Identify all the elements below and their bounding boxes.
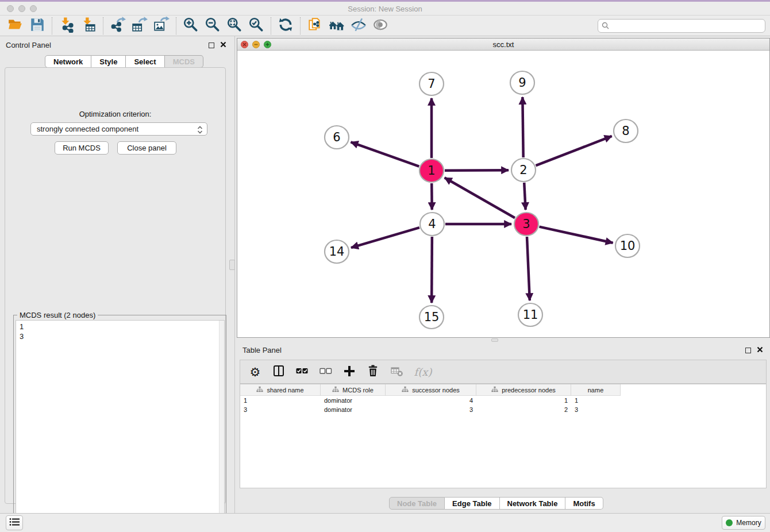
- graph-node-label-6: 6: [333, 130, 340, 144]
- graph-edge-3-1[interactable]: [445, 178, 515, 218]
- float-panel-icon[interactable]: [209, 43, 214, 48]
- table-toolbar: ⚙ f(x): [240, 360, 767, 384]
- graph-edge-4-14[interactable]: [351, 228, 419, 248]
- column-header-name[interactable]: name: [571, 384, 621, 396]
- tab-motifs[interactable]: Motifs: [565, 497, 603, 510]
- cell-predecessor-nodes[interactable]: 1: [476, 397, 571, 404]
- cell-mcds-role[interactable]: dominator: [321, 406, 386, 413]
- tab-select[interactable]: Select: [126, 55, 164, 68]
- export-image-button[interactable]: [151, 17, 172, 35]
- import-table-button[interactable]: [78, 17, 99, 35]
- graph-edge-2-3[interactable]: [524, 183, 525, 210]
- refresh-layout-button[interactable]: [275, 17, 297, 35]
- result-scrollbar[interactable]: [219, 321, 224, 530]
- table-row[interactable]: 3 dominator 3 2 3: [240, 405, 766, 414]
- eye-slash-icon: [351, 17, 367, 34]
- export-table-icon: [132, 17, 148, 34]
- save-session-button[interactable]: [26, 17, 48, 35]
- trash-icon: [367, 365, 379, 379]
- graph-edge-1-6[interactable]: [351, 142, 419, 166]
- network-canvas[interactable]: 7968124314101511: [237, 51, 769, 337]
- cell-name[interactable]: 3: [571, 406, 621, 413]
- network-view-title: scc.txt: [237, 40, 769, 49]
- delete-table-icon: [391, 365, 403, 379]
- tab-edge-table[interactable]: Edge Table: [445, 497, 499, 510]
- horizontal-splitter-handle[interactable]: [491, 338, 498, 342]
- optimization-criterion-select[interactable]: strongly connected component: [30, 122, 207, 136]
- home-panels-button[interactable]: [326, 17, 348, 35]
- graph-node-label-7: 7: [428, 77, 435, 91]
- column-header-mcds-role[interactable]: MCDS role: [321, 384, 386, 396]
- zoom-fit-icon: [226, 17, 242, 34]
- memory-button[interactable]: Memory: [722, 516, 765, 530]
- close-panel-button[interactable]: Close panel: [117, 141, 176, 155]
- task-history-button[interactable]: [6, 515, 23, 530]
- hide-eye-button[interactable]: [348, 17, 369, 35]
- column-header-shared-name[interactable]: shared name: [240, 384, 321, 396]
- tab-node-table[interactable]: Node Table: [389, 497, 445, 510]
- close-panel-icon[interactable]: [220, 41, 226, 49]
- graph-edge-3-10[interactable]: [539, 227, 613, 243]
- fx-icon: f(x): [414, 366, 432, 378]
- mcds-result-area[interactable]: 1 3: [16, 320, 225, 530]
- tab-style[interactable]: Style: [91, 55, 126, 68]
- close-table-panel-icon[interactable]: [757, 346, 763, 354]
- cell-shared-name[interactable]: 3: [240, 406, 321, 413]
- add-column-button[interactable]: [342, 365, 356, 379]
- cell-successor-nodes[interactable]: 4: [386, 397, 476, 404]
- duplicate-network-button[interactable]: [304, 17, 326, 35]
- select-stepper-icon: [197, 125, 203, 136]
- search-icon: [602, 22, 610, 32]
- control-panel-tabs: Network Style Select MCDS: [45, 55, 203, 68]
- zoom-out-icon: [205, 17, 221, 34]
- open-session-button[interactable]: [5, 17, 26, 35]
- tab-mcds[interactable]: MCDS: [165, 55, 203, 68]
- network-graph[interactable]: 7968124314101511: [237, 51, 769, 337]
- zoom-in-button[interactable]: [180, 17, 202, 35]
- run-mcds-button[interactable]: Run MCDS: [55, 141, 109, 155]
- delete-table-button[interactable]: [390, 365, 403, 379]
- show-columns-button[interactable]: [272, 365, 286, 379]
- cell-predecessor-nodes[interactable]: 2: [476, 406, 571, 413]
- graph-edge-4-15[interactable]: [432, 237, 432, 303]
- duplicate-network-icon: [307, 17, 323, 34]
- zoom-fit-button[interactable]: [224, 17, 245, 35]
- float-table-panel-icon[interactable]: [745, 348, 751, 353]
- cell-shared-name[interactable]: 1: [240, 397, 321, 404]
- graph-node-label-14: 14: [329, 245, 345, 259]
- export-image-icon: [153, 17, 170, 34]
- tab-network[interactable]: Network: [45, 55, 91, 68]
- hierarchy-icon: [332, 386, 339, 394]
- graph-edge-2-9[interactable]: [522, 97, 523, 157]
- vertical-splitter-handle[interactable]: [229, 260, 235, 270]
- table-settings-button[interactable]: ⚙: [248, 365, 262, 379]
- network-view-titlebar: scc.txt: [237, 38, 769, 51]
- cell-successor-nodes[interactable]: 3: [386, 406, 476, 413]
- column-header-successor-nodes[interactable]: successor nodes: [386, 384, 476, 396]
- column-header-predecessor-nodes[interactable]: predecessor nodes: [476, 384, 571, 396]
- table-row[interactable]: 1 dominator 4 1 1: [240, 396, 766, 405]
- function-builder-button[interactable]: f(x): [413, 365, 433, 379]
- cell-mcds-role[interactable]: dominator: [321, 397, 386, 404]
- cell-name[interactable]: 1: [571, 397, 621, 404]
- deselect-all-columns-button[interactable]: [319, 365, 333, 379]
- export-network-button[interactable]: [107, 17, 129, 35]
- zoom-out-button[interactable]: [202, 17, 224, 35]
- export-table-button[interactable]: [129, 17, 151, 35]
- mcds-result-title: MCDS result (2 nodes): [17, 311, 98, 319]
- graph-edge-1-2[interactable]: [445, 170, 509, 171]
- gear-icon: ⚙: [250, 366, 261, 378]
- graph-edge-3-11[interactable]: [527, 237, 530, 300]
- search-input[interactable]: [598, 19, 765, 33]
- import-network-button[interactable]: [56, 17, 78, 35]
- graph-node-label-9: 9: [518, 76, 526, 90]
- toolbar-separator: [271, 17, 271, 34]
- node-table[interactable]: shared name MCDS role successor nodes pr…: [240, 384, 767, 488]
- tab-network-table[interactable]: Network Table: [500, 497, 566, 510]
- select-all-columns-button[interactable]: [295, 365, 309, 379]
- selected-option: strongly connected component: [37, 125, 138, 133]
- show-eye-button[interactable]: [369, 17, 391, 35]
- delete-column-button[interactable]: [366, 365, 380, 379]
- zoom-selected-button[interactable]: [245, 17, 267, 35]
- graph-edge-2-8[interactable]: [536, 136, 611, 165]
